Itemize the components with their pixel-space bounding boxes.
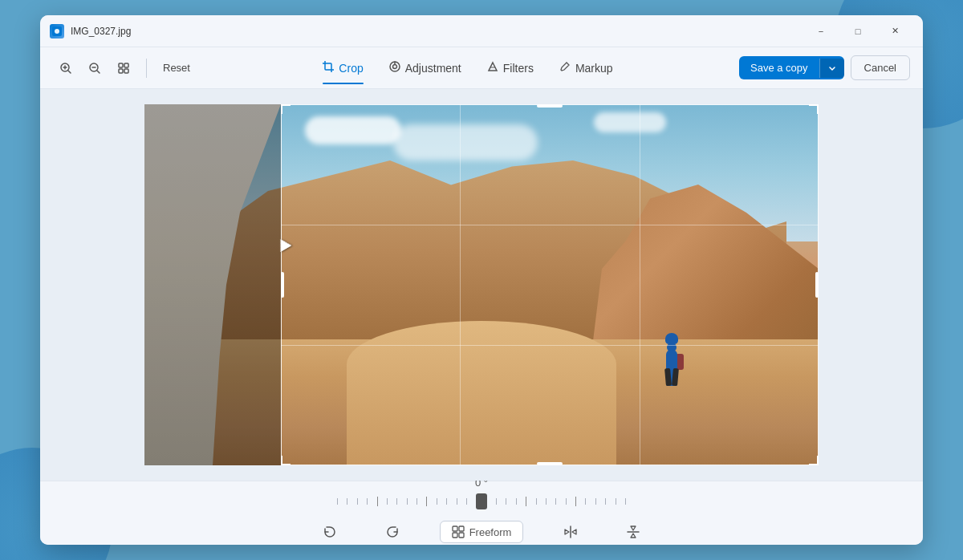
tick: [625, 498, 626, 505]
tick: [585, 498, 586, 505]
svg-rect-9: [119, 63, 123, 67]
tick: [437, 498, 437, 505]
svg-rect-11: [119, 69, 123, 73]
sand-path: [347, 321, 616, 465]
tick: [506, 498, 506, 505]
crop-tab-label: Crop: [339, 62, 363, 75]
hiker-figure: [660, 330, 684, 386]
flip-vertical-button[interactable]: [618, 521, 648, 542]
photo-canvas: [144, 104, 819, 465]
cloud-2: [393, 124, 538, 160]
cancel-button[interactable]: Cancel: [851, 55, 910, 80]
zoom-in-button[interactable]: [53, 55, 79, 81]
tick: [416, 498, 417, 505]
filters-icon: [487, 61, 498, 75]
freeform-button[interactable]: Freeform: [440, 521, 524, 543]
tick: [446, 498, 447, 505]
save-copy-btn-group: Save a copy: [739, 56, 844, 79]
tab-filters[interactable]: Filters: [476, 56, 545, 79]
tick: [367, 498, 368, 505]
toolbar-right: Save a copy Cancel: [739, 55, 910, 80]
tab-adjustment[interactable]: Adjustment: [378, 56, 473, 79]
freeform-label: Freeform: [469, 526, 512, 538]
minimize-button[interactable]: −: [802, 18, 839, 44]
app-icon: [50, 24, 64, 39]
tick: [396, 498, 397, 505]
tick-major: [526, 497, 526, 506]
flip-horizontal-button[interactable]: [555, 521, 586, 542]
maximize-button[interactable]: □: [839, 18, 876, 44]
save-copy-dropdown-button[interactable]: [819, 59, 844, 78]
tick: [496, 498, 497, 505]
tick-major: [575, 497, 576, 506]
reset-button[interactable]: Reset: [156, 59, 197, 77]
fit-button[interactable]: [111, 55, 136, 81]
tick: [616, 498, 616, 505]
tick: [546, 498, 547, 505]
tick: [387, 498, 388, 505]
svg-line-3: [68, 71, 71, 73]
svg-marker-16: [489, 63, 497, 71]
tab-markup[interactable]: Markup: [548, 56, 624, 79]
toolbar-center: Crop Adjustment: [197, 56, 739, 79]
svg-rect-19: [459, 526, 464, 531]
tick: [516, 498, 517, 505]
tab-crop[interactable]: Crop: [311, 56, 374, 79]
toolbar: Reset Crop: [40, 47, 923, 89]
title-bar: IMG_0327.jpg − □ ✕: [40, 15, 923, 47]
svg-rect-21: [459, 533, 464, 538]
zoom-out-button[interactable]: [82, 55, 108, 81]
image-container[interactable]: [144, 104, 819, 465]
angle-slider-row: [337, 493, 626, 509]
rotate-left-button[interactable]: [315, 521, 345, 542]
tick: [595, 498, 596, 505]
tick-major: [426, 497, 427, 506]
adjustment-tab-label: Adjustment: [405, 62, 461, 75]
rotate-right-button[interactable]: [377, 521, 408, 542]
angle-slider-track[interactable]: [337, 493, 626, 509]
tick-major: [377, 497, 378, 506]
angle-slider-thumb[interactable]: [476, 493, 487, 509]
window-title: IMG_0327.jpg: [71, 26, 802, 37]
cloud-3: [594, 112, 666, 132]
tick: [337, 498, 338, 505]
tick: [466, 498, 467, 505]
save-copy-main-button[interactable]: Save a copy: [739, 56, 819, 79]
adjustment-icon: [389, 61, 400, 75]
svg-rect-10: [124, 63, 128, 67]
toolbar-left: Reset: [53, 55, 197, 81]
markup-tab-label: Markup: [575, 62, 613, 75]
filters-tab-label: Filters: [503, 62, 534, 75]
svg-rect-20: [453, 533, 457, 538]
svg-point-1: [55, 29, 59, 34]
bottom-bar: 0 °: [40, 481, 923, 545]
window-controls: − □ ✕: [802, 18, 913, 44]
hiker-leg-right: [672, 368, 679, 387]
svg-rect-12: [124, 69, 128, 73]
tick: [347, 498, 347, 505]
crop-icon: [323, 61, 334, 75]
app-window: IMG_0327.jpg − □ ✕: [40, 15, 923, 545]
tick: [536, 498, 537, 505]
bottom-controls: Freeform: [315, 514, 649, 545]
tick: [407, 498, 408, 505]
markup-icon: [559, 61, 571, 75]
tick: [605, 498, 606, 505]
tick: [555, 498, 556, 505]
tick: [566, 498, 567, 505]
svg-rect-18: [453, 526, 457, 531]
cloud-1: [305, 116, 401, 144]
close-button[interactable]: ✕: [876, 18, 913, 44]
tick: [357, 498, 358, 505]
canvas-area: [40, 89, 923, 481]
toolbar-divider: [146, 59, 147, 78]
svg-line-7: [97, 71, 100, 73]
tick: [457, 498, 457, 505]
